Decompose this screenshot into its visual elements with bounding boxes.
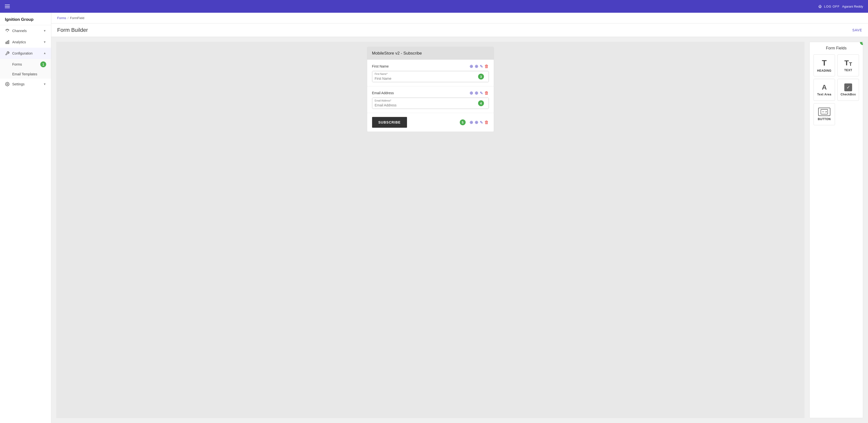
first-name-field-block: First Name ⊕ ⊕ ✎ 🗑 First Name* [367, 60, 494, 86]
email-input-label: Email Address* [375, 99, 391, 102]
channels-chevron: ▼ [43, 29, 46, 32]
content-area: Forms / FormField Form Builder SAVE Mobi… [51, 13, 868, 423]
save-button[interactable]: SAVE [852, 28, 862, 32]
sidebar-item-settings[interactable]: Settings ▼ [0, 79, 51, 90]
first-name-delete-btn[interactable]: 🗑 [485, 64, 489, 69]
text-label: TEXT [844, 68, 852, 72]
power-icon: ⏻ [818, 5, 822, 8]
first-name-add-after-btn[interactable]: ⊕ [475, 64, 478, 69]
sidebar-item-configuration-inner: Configuration [5, 51, 32, 56]
sidebar: Ignition Group Channels ▼ Analytics ▼ [0, 13, 51, 423]
form-preview: MobileStore v2 - Subscribe First Name ⊕ … [56, 42, 804, 418]
configuration-chevron: ▼ [43, 52, 46, 55]
topbar: ⏻ LOG OFF Agarani Reddy [0, 0, 868, 13]
breadcrumb-forms[interactable]: Forms [57, 16, 66, 20]
email-address-field-block: Email Address ⊕ ⊕ ✎ 🗑 Email Address* [367, 86, 494, 113]
first-name-badge: 3 [478, 74, 484, 80]
configuration-label: Configuration [12, 51, 32, 55]
topbar-right: ⏻ LOG OFF Agarani Reddy [818, 5, 863, 8]
first-name-input-label: First Name* [375, 73, 388, 75]
form-fields-title: Form Fields [813, 46, 859, 50]
sidebar-item-analytics[interactable]: Analytics ▼ [0, 36, 51, 48]
email-address-label: Email Address [372, 91, 394, 95]
first-name-input[interactable] [372, 71, 489, 82]
subscribe-block: SUBSCRIBE 5 ⊕ ⊕ ✎ 🗑 [367, 113, 494, 132]
form-card-header: MobileStore v2 - Subscribe [367, 47, 494, 60]
sidebar-item-analytics-inner: Analytics [5, 39, 26, 45]
email-add-after-btn[interactable]: ⊕ [475, 90, 478, 96]
field-type-text[interactable]: TT TEXT [837, 54, 859, 76]
subscribe-button[interactable]: SUBSCRIBE [372, 117, 407, 128]
form-fields-grid: T HEADING TT TEXT A Text Area [813, 54, 859, 125]
subscribe-add-after-btn[interactable]: ⊕ [475, 120, 478, 125]
textarea-label: Text Area [817, 93, 831, 96]
svg-rect-3 [8, 40, 9, 44]
page-header: Form Builder SAVE [51, 24, 868, 37]
sidebar-item-channels[interactable]: Channels ▼ [0, 25, 51, 36]
panel-badge: 2 [860, 42, 863, 45]
username-label: Agarani Reddy [842, 5, 863, 8]
broadcast-icon [5, 28, 10, 33]
builder-area: MobileStore v2 - Subscribe First Name ⊕ … [51, 37, 868, 423]
sidebar-subitem-email-templates[interactable]: Email Templates [0, 70, 51, 79]
sidebar-item-channels-inner: Channels [5, 28, 27, 33]
field-type-textarea[interactable]: A Text Area [813, 79, 835, 101]
svg-rect-1 [6, 42, 6, 44]
subscribe-edit-btn[interactable]: ✎ [480, 120, 483, 125]
settings-chevron: ▼ [43, 82, 46, 86]
chart-icon [5, 39, 10, 45]
text-icon: TT [844, 59, 852, 67]
gear-icon [5, 82, 10, 87]
topbar-left [5, 5, 10, 8]
email-input-wrapper: Email Address* 4 [372, 97, 489, 109]
page-title: Form Builder [57, 27, 88, 33]
button-icon [818, 108, 830, 116]
field-type-button[interactable]: BUTTON [813, 103, 835, 125]
subscribe-add-before-btn[interactable]: ⊕ [469, 120, 473, 125]
logoff-label[interactable]: LOG OFF [824, 5, 840, 8]
first-name-input-border: First Name* [372, 71, 489, 82]
analytics-label: Analytics [12, 40, 26, 44]
field-type-checkbox[interactable]: ✓ CheckBox [837, 79, 859, 101]
settings-label: Settings [12, 82, 25, 86]
form-card: MobileStore v2 - Subscribe First Name ⊕ … [367, 47, 494, 132]
svg-point-4 [7, 84, 8, 85]
subscribe-actions: 5 ⊕ ⊕ ✎ 🗑 [460, 119, 489, 125]
first-name-input-wrapper: First Name* 3 [372, 71, 489, 82]
textarea-icon: A [822, 83, 827, 91]
subscribe-badge: 5 [460, 119, 466, 125]
hamburger-menu-button[interactable] [5, 5, 10, 8]
svg-point-0 [7, 31, 8, 32]
sidebar-item-configuration[interactable]: Configuration ▼ [0, 48, 51, 59]
checkbox-label: CheckBox [841, 93, 856, 96]
email-delete-btn[interactable]: 🗑 [485, 90, 489, 96]
button-label: BUTTON [818, 117, 831, 121]
email-templates-label: Email Templates [12, 72, 37, 76]
svg-rect-2 [7, 41, 8, 44]
forms-badge: 1 [40, 61, 46, 67]
breadcrumb: Forms / FormField [51, 13, 868, 24]
sidebar-subitem-forms[interactable]: Forms 1 [0, 59, 51, 70]
first-name-field-header: First Name ⊕ ⊕ ✎ 🗑 [372, 64, 489, 69]
email-input-border: Email Address* [372, 97, 489, 109]
sidebar-brand: Ignition Group [0, 13, 51, 25]
first-name-add-before-btn[interactable]: ⊕ [469, 64, 473, 69]
email-edit-btn[interactable]: ✎ [480, 91, 483, 95]
wrench-icon [5, 51, 10, 56]
email-add-before-btn[interactable]: ⊕ [469, 90, 473, 96]
channels-label: Channels [12, 29, 27, 33]
first-name-edit-btn[interactable]: ✎ [480, 64, 483, 69]
forms-label: Forms [12, 62, 22, 66]
main-layout: Ignition Group Channels ▼ Analytics ▼ [0, 13, 868, 423]
first-name-label: First Name [372, 64, 389, 68]
heading-icon: T [822, 58, 827, 67]
breadcrumb-separator: / [68, 16, 69, 20]
analytics-chevron: ▼ [43, 40, 46, 44]
configuration-subitems: Forms 1 Email Templates [0, 59, 51, 79]
form-fields-panel: 2 Form Fields T HEADING TT TEXT [809, 42, 863, 418]
first-name-actions: ⊕ ⊕ ✎ 🗑 [469, 64, 489, 69]
heading-label: HEADING [817, 69, 832, 73]
field-type-heading[interactable]: T HEADING [813, 54, 835, 76]
checkbox-icon: ✓ [844, 83, 852, 91]
subscribe-delete-btn[interactable]: 🗑 [485, 120, 489, 125]
